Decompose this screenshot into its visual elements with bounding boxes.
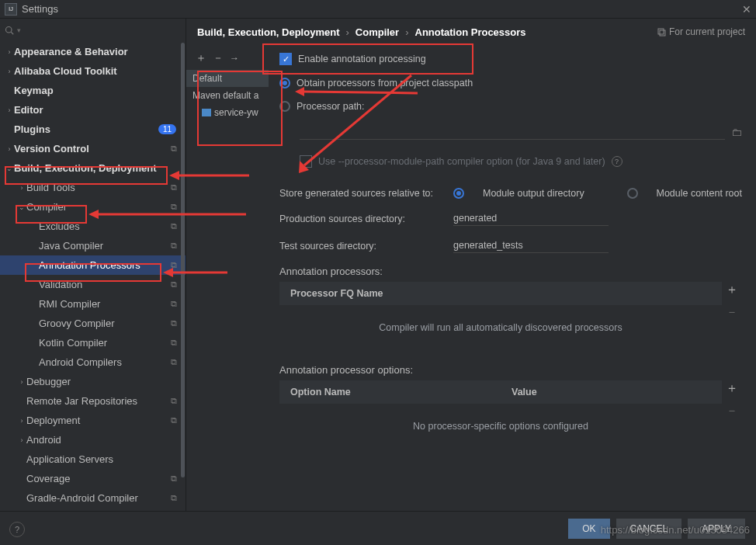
ok-button[interactable]: OK — [568, 519, 609, 539]
module-content-label: Module content root — [657, 188, 743, 199]
sidebar-item-remote-jar-repositories[interactable]: Remote Jar Repositories⧉ — [0, 391, 186, 411]
sidebar-item-build-execution-deployment[interactable]: ⌄Build, Execution, Deployment — [0, 158, 186, 178]
close-icon[interactable]: ✕ — [742, 3, 751, 16]
project-level-icon: ⧉ — [168, 260, 179, 271]
crumb-build[interactable]: Build, Execution, Deployment — [197, 26, 339, 38]
sidebar-scrollbar[interactable] — [181, 43, 185, 510]
apply-button[interactable]: APPLY — [688, 519, 745, 539]
sidebar-item-validation[interactable]: Validation⧉ — [0, 275, 186, 294]
sidebar-item-java-compiler[interactable]: Java Compiler⧉ — [0, 236, 186, 255]
sidebar-item-debugger[interactable]: ›Debugger — [0, 372, 186, 391]
sidebar-item-coverage[interactable]: Coverage⧉ — [0, 469, 186, 488]
sidebar-item-label: Alibaba Cloud Toolkit — [14, 65, 179, 77]
sidebar-item-android-compilers[interactable]: Android Compilers⧉ — [0, 352, 186, 372]
titlebar: IJ Settings ✕ — [0, 0, 756, 19]
chevron-icon: › — [5, 68, 14, 75]
remove-processor-icon[interactable]: － — [726, 304, 738, 321]
sidebar-item-label: Appearance & Behavior — [14, 46, 179, 57]
add-processor-icon[interactable]: ＋ — [726, 282, 738, 298]
sidebar-item-application-servers[interactable]: Application Servers — [0, 450, 186, 469]
sidebar-item-compiler[interactable]: ⌄Compiler⧉ — [0, 197, 186, 217]
profile-default[interactable]: Default — [186, 70, 269, 87]
sidebar-item-label: Android Compilers — [39, 356, 168, 368]
sidebar-item-gradle-android-compiler[interactable]: Gradle-Android Compiler⧉ — [0, 488, 186, 508]
settings-sidebar: ▾ ›Appearance & Behavior›Alibaba Cloud T… — [0, 19, 186, 511]
sidebar-item-plugins[interactable]: Plugins11 — [0, 120, 186, 139]
dialog-footer: OK CANCEL APPLY — [0, 511, 756, 545]
sidebar-item-label: Kotlin Compiler — [39, 337, 168, 349]
breadcrumb: Build, Execution, Deployment › Compiler … — [186, 19, 756, 45]
processor-path-input[interactable] — [300, 124, 725, 140]
sidebar-item-label: Remote Jar Repositories — [26, 395, 168, 407]
project-level-icon: ⧉ — [168, 144, 179, 154]
sidebar-item-build-tools[interactable]: ›Build Tools⧉ — [0, 178, 186, 197]
chevron-icon: › — [17, 184, 26, 192]
sidebar-item-kotlin-compiler[interactable]: Kotlin Compiler⧉ — [0, 333, 186, 352]
processor-path-label: Processor path: — [297, 101, 365, 112]
module-output-radio[interactable] — [453, 188, 464, 199]
option-value-header: Value — [501, 380, 722, 404]
sidebar-item-label: Application Servers — [26, 453, 179, 465]
chevron-icon: › — [17, 378, 26, 386]
chevron-icon: › — [5, 106, 14, 114]
project-level-icon: ⧉ — [168, 415, 179, 426]
sidebar-item-keymap[interactable]: Keymap — [0, 81, 186, 100]
sidebar-item-version-control[interactable]: ›Version Control⧉ — [0, 139, 186, 158]
use-module-path-checkbox[interactable] — [300, 155, 312, 168]
project-level-icon: ⧉ — [168, 474, 179, 484]
chevron-icon: ⌄ — [17, 203, 26, 211]
add-option-icon[interactable]: ＋ — [726, 380, 738, 397]
project-level-icon: ⧉ — [168, 396, 179, 407]
test-dir-input[interactable] — [453, 238, 609, 253]
svg-line-1 — [11, 32, 13, 34]
fqname-header: Processor FQ Name — [279, 282, 722, 305]
sidebar-item-label: Build, Execution, Deployment — [14, 162, 179, 174]
annotation-form: ✓ Enable annotation processing Obtain pr… — [269, 45, 756, 511]
sidebar-item-alibaba-cloud-toolkit[interactable]: ›Alibaba Cloud Toolkit — [0, 61, 186, 81]
project-level-icon: ⧉ — [168, 202, 179, 213]
sidebar-item-rmi-compiler[interactable]: RMI Compiler⧉ — [0, 294, 186, 314]
profile-maven[interactable]: Maven default a — [186, 87, 269, 104]
help-icon[interactable]: ? — [612, 156, 622, 167]
help-button[interactable]: ? — [9, 522, 25, 537]
project-level-icon: ⧉ — [168, 299, 179, 310]
prod-dir-input[interactable] — [453, 211, 609, 226]
sidebar-item-excludes[interactable]: Excludes⧉ — [0, 217, 186, 236]
sidebar-item-label: Gradle-Android Compiler — [26, 492, 168, 504]
use-module-path-label: Use --processor-module-path compiler opt… — [318, 156, 605, 167]
settings-tree: ›Appearance & Behavior›Alibaba Cloud Too… — [0, 42, 186, 511]
project-level-icon: ⧉ — [168, 493, 179, 504]
add-profile-icon[interactable]: ＋ — [196, 51, 206, 65]
cancel-button[interactable]: CANCEL — [616, 519, 682, 539]
no-options-text: No processor-specific options configured — [279, 404, 722, 449]
sidebar-item-android[interactable]: ›Android — [0, 430, 186, 450]
plugins-badge: 11 — [158, 124, 176, 134]
remove-option-icon[interactable]: － — [726, 403, 738, 419]
project-level-icon: ⧉ — [168, 221, 179, 232]
module-content-radio[interactable] — [627, 188, 638, 199]
svg-rect-3 — [660, 30, 665, 36]
project-level-icon: ⧉ — [168, 241, 179, 252]
sidebar-item-label: Groovy Compiler — [39, 318, 168, 329]
search-input[interactable]: ▾ — [0, 19, 186, 42]
test-dir-label: Test sources directory: — [279, 241, 435, 252]
profile-child[interactable]: service-yw — [186, 104, 269, 121]
processor-path-radio[interactable] — [279, 101, 290, 112]
sidebar-item-appearance-behavior[interactable]: ›Appearance & Behavior — [0, 42, 186, 61]
move-profile-icon[interactable]: → — [230, 53, 239, 64]
sidebar-item-groovy-compiler[interactable]: Groovy Compiler⧉ — [0, 314, 186, 333]
sidebar-item-label: Keymap — [14, 85, 179, 96]
chevron-icon: › — [5, 145, 14, 153]
obtain-classpath-radio[interactable] — [279, 78, 290, 89]
remove-profile-icon[interactable]: － — [213, 51, 224, 65]
sidebar-item-deployment[interactable]: ›Deployment⧉ — [0, 411, 186, 430]
sidebar-item-label: RMI Compiler — [39, 298, 168, 310]
enable-annotation-checkbox[interactable]: ✓ — [279, 53, 292, 65]
crumb-compiler[interactable]: Compiler — [355, 26, 399, 38]
sidebar-item-annotation-processors[interactable]: Annotation Processors⧉ — [0, 255, 186, 275]
sidebar-item-editor[interactable]: ›Editor — [0, 100, 186, 120]
svg-point-0 — [6, 27, 12, 33]
window-title: Settings — [22, 3, 58, 15]
browse-folder-icon[interactable]: 🗀 — [731, 126, 742, 138]
sidebar-item-label: Coverage — [26, 473, 168, 484]
